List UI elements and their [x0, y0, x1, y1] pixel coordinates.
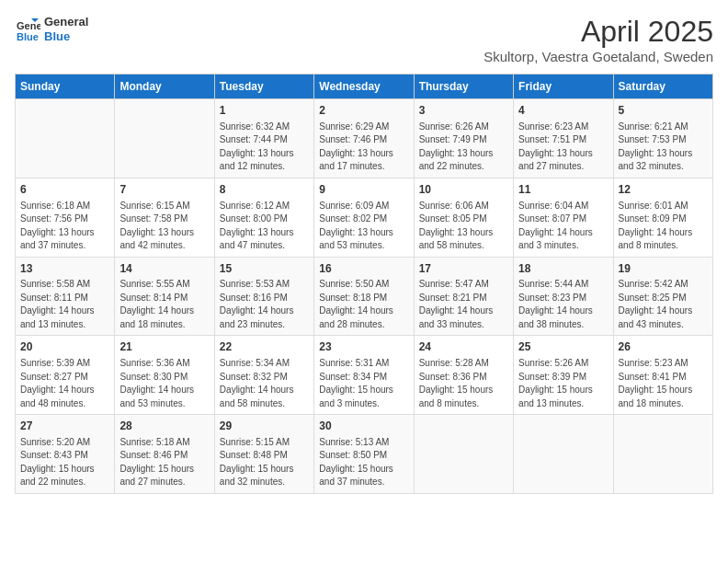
calendar-week-row: 27Sunrise: 5:20 AM Sunset: 8:43 PM Dayli…	[16, 415, 713, 494]
day-number: 30	[319, 419, 408, 434]
calendar-cell: 26Sunrise: 5:23 AM Sunset: 8:41 PM Dayli…	[613, 336, 712, 415]
day-info: Sunrise: 5:31 AM Sunset: 8:34 PM Dayligh…	[319, 357, 408, 410]
calendar-cell: 29Sunrise: 5:15 AM Sunset: 8:48 PM Dayli…	[214, 415, 313, 494]
weekday-header-wednesday: Wednesday	[314, 75, 414, 99]
weekday-header-saturday: Saturday	[613, 75, 712, 99]
day-info: Sunrise: 6:01 AM Sunset: 8:09 PM Dayligh…	[619, 200, 708, 253]
day-number: 3	[419, 103, 508, 119]
calendar-cell: 14Sunrise: 5:55 AM Sunset: 8:14 PM Dayli…	[115, 257, 214, 336]
calendar-week-row: 6Sunrise: 6:18 AM Sunset: 7:56 PM Daylig…	[16, 178, 713, 257]
day-info: Sunrise: 5:34 AM Sunset: 8:32 PM Dayligh…	[220, 357, 309, 410]
day-info: Sunrise: 6:18 AM Sunset: 7:56 PM Dayligh…	[20, 200, 109, 253]
day-number: 12	[619, 182, 708, 198]
day-number: 7	[119, 182, 209, 198]
day-number: 18	[518, 261, 608, 277]
day-info: Sunrise: 5:58 AM Sunset: 8:11 PM Dayligh…	[20, 278, 109, 331]
calendar-cell	[16, 99, 115, 178]
calendar-cell: 1Sunrise: 6:32 AM Sunset: 7:44 PM Daylig…	[214, 99, 313, 178]
subtitle: Skultorp, Vaestra Goetaland, Sweden	[483, 49, 713, 64]
weekday-header-thursday: Thursday	[414, 75, 513, 99]
day-number: 22	[220, 339, 309, 355]
calendar-cell: 10Sunrise: 6:06 AM Sunset: 8:05 PM Dayli…	[414, 178, 513, 257]
day-number: 19	[619, 261, 708, 277]
calendar-cell: 13Sunrise: 5:58 AM Sunset: 8:11 PM Dayli…	[16, 257, 115, 336]
day-info: Sunrise: 6:12 AM Sunset: 8:00 PM Dayligh…	[220, 200, 309, 253]
day-number: 15	[220, 261, 309, 277]
calendar-cell: 19Sunrise: 5:42 AM Sunset: 8:25 PM Dayli…	[613, 257, 712, 336]
day-info: Sunrise: 6:09 AM Sunset: 8:02 PM Dayligh…	[319, 200, 408, 253]
calendar-table: SundayMondayTuesdayWednesdayThursdayFrid…	[15, 74, 713, 494]
day-info: Sunrise: 5:28 AM Sunset: 8:36 PM Dayligh…	[419, 357, 508, 410]
calendar-cell: 6Sunrise: 6:18 AM Sunset: 7:56 PM Daylig…	[16, 178, 115, 257]
weekday-header-row: SundayMondayTuesdayWednesdayThursdayFrid…	[16, 75, 713, 99]
svg-text:General: General	[17, 20, 40, 31]
calendar-cell: 11Sunrise: 6:04 AM Sunset: 8:07 PM Dayli…	[514, 178, 613, 257]
day-info: Sunrise: 5:26 AM Sunset: 8:39 PM Dayligh…	[518, 357, 608, 410]
calendar-week-row: 1Sunrise: 6:32 AM Sunset: 7:44 PM Daylig…	[16, 99, 713, 178]
calendar-cell: 24Sunrise: 5:28 AM Sunset: 8:36 PM Dayli…	[414, 336, 513, 415]
weekday-header-tuesday: Tuesday	[214, 75, 313, 99]
day-info: Sunrise: 5:20 AM Sunset: 8:43 PM Dayligh…	[20, 436, 109, 489]
calendar-cell	[514, 415, 613, 494]
day-number: 14	[119, 261, 209, 277]
calendar-cell: 16Sunrise: 5:50 AM Sunset: 8:18 PM Dayli…	[314, 257, 414, 336]
day-number: 17	[419, 261, 508, 277]
day-info: Sunrise: 6:23 AM Sunset: 7:51 PM Dayligh…	[518, 121, 608, 174]
day-number: 10	[419, 182, 508, 198]
day-number: 16	[319, 261, 408, 277]
day-info: Sunrise: 6:26 AM Sunset: 7:49 PM Dayligh…	[419, 121, 508, 174]
page-header: General Blue General Blue April 2025 Sku…	[15, 15, 713, 64]
day-number: 9	[319, 182, 408, 198]
calendar-cell: 23Sunrise: 5:31 AM Sunset: 8:34 PM Dayli…	[314, 336, 414, 415]
calendar-cell: 20Sunrise: 5:39 AM Sunset: 8:27 PM Dayli…	[16, 336, 115, 415]
calendar-cell: 28Sunrise: 5:18 AM Sunset: 8:46 PM Dayli…	[115, 415, 214, 494]
calendar-cell: 4Sunrise: 6:23 AM Sunset: 7:51 PM Daylig…	[514, 99, 613, 178]
weekday-header-monday: Monday	[115, 75, 214, 99]
day-info: Sunrise: 5:53 AM Sunset: 8:16 PM Dayligh…	[220, 278, 309, 331]
calendar-cell: 27Sunrise: 5:20 AM Sunset: 8:43 PM Dayli…	[16, 415, 115, 494]
calendar-week-row: 13Sunrise: 5:58 AM Sunset: 8:11 PM Dayli…	[16, 257, 713, 336]
day-number: 26	[619, 339, 708, 355]
calendar-cell: 2Sunrise: 6:29 AM Sunset: 7:46 PM Daylig…	[314, 99, 414, 178]
calendar-cell: 18Sunrise: 5:44 AM Sunset: 8:23 PM Dayli…	[514, 257, 613, 336]
day-info: Sunrise: 5:18 AM Sunset: 8:46 PM Dayligh…	[119, 436, 209, 489]
day-info: Sunrise: 6:32 AM Sunset: 7:44 PM Dayligh…	[220, 121, 309, 174]
day-number: 29	[220, 419, 309, 434]
day-info: Sunrise: 6:29 AM Sunset: 7:46 PM Dayligh…	[319, 121, 408, 174]
calendar-cell: 12Sunrise: 6:01 AM Sunset: 8:09 PM Dayli…	[613, 178, 712, 257]
calendar-cell: 21Sunrise: 5:36 AM Sunset: 8:30 PM Dayli…	[115, 336, 214, 415]
calendar-cell: 3Sunrise: 6:26 AM Sunset: 7:49 PM Daylig…	[414, 99, 513, 178]
day-info: Sunrise: 5:50 AM Sunset: 8:18 PM Dayligh…	[319, 278, 408, 331]
calendar-cell: 30Sunrise: 5:13 AM Sunset: 8:50 PM Dayli…	[314, 415, 414, 494]
day-number: 23	[319, 339, 408, 355]
day-info: Sunrise: 5:23 AM Sunset: 8:41 PM Dayligh…	[619, 357, 708, 410]
day-info: Sunrise: 5:15 AM Sunset: 8:48 PM Dayligh…	[220, 436, 309, 489]
day-number: 27	[20, 419, 109, 434]
calendar-cell	[414, 415, 513, 494]
logo-icon: General Blue	[15, 17, 40, 42]
day-number: 28	[119, 419, 209, 434]
day-info: Sunrise: 5:13 AM Sunset: 8:50 PM Dayligh…	[319, 436, 408, 489]
day-info: Sunrise: 5:42 AM Sunset: 8:25 PM Dayligh…	[619, 278, 708, 331]
day-number: 5	[619, 103, 708, 119]
logo: General Blue General Blue	[15, 15, 88, 43]
day-info: Sunrise: 6:15 AM Sunset: 7:58 PM Dayligh…	[119, 200, 209, 253]
day-info: Sunrise: 5:55 AM Sunset: 8:14 PM Dayligh…	[119, 278, 209, 331]
weekday-header-friday: Friday	[514, 75, 613, 99]
calendar-cell: 25Sunrise: 5:26 AM Sunset: 8:39 PM Dayli…	[514, 336, 613, 415]
day-number: 4	[518, 103, 608, 119]
calendar-cell: 17Sunrise: 5:47 AM Sunset: 8:21 PM Dayli…	[414, 257, 513, 336]
calendar-cell: 15Sunrise: 5:53 AM Sunset: 8:16 PM Dayli…	[214, 257, 313, 336]
day-number: 20	[20, 339, 109, 355]
day-number: 1	[220, 103, 309, 119]
calendar-cell: 8Sunrise: 6:12 AM Sunset: 8:00 PM Daylig…	[214, 178, 313, 257]
calendar-cell	[115, 99, 214, 178]
title-area: April 2025 Skultorp, Vaestra Goetaland, …	[483, 15, 713, 64]
day-number: 13	[20, 261, 109, 277]
day-info: Sunrise: 5:44 AM Sunset: 8:23 PM Dayligh…	[518, 278, 608, 331]
day-info: Sunrise: 6:04 AM Sunset: 8:07 PM Dayligh…	[518, 200, 608, 253]
day-info: Sunrise: 6:21 AM Sunset: 7:53 PM Dayligh…	[619, 121, 708, 174]
day-number: 25	[518, 339, 608, 355]
day-number: 11	[518, 182, 608, 198]
calendar-cell: 22Sunrise: 5:34 AM Sunset: 8:32 PM Dayli…	[214, 336, 313, 415]
